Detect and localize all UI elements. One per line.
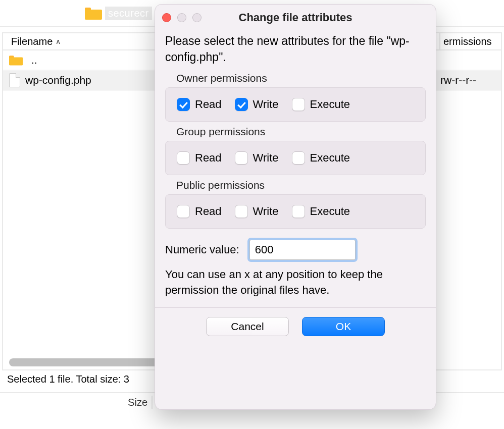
group-read-checkbox[interactable]: Read xyxy=(177,151,222,165)
file-icon xyxy=(9,73,20,87)
column-header-filename-label: Filename xyxy=(11,36,53,47)
dialog-body: Please select the new attributes for the… xyxy=(155,31,436,409)
traffic-lights xyxy=(162,13,201,22)
owner-execute-checkbox[interactable]: Execute xyxy=(292,98,350,111)
checkbox-label: Read xyxy=(195,151,222,165)
close-icon[interactable] xyxy=(162,13,171,22)
public-permissions-box: Read Write Execute xyxy=(165,194,426,229)
public-write-checkbox[interactable]: Write xyxy=(235,205,279,218)
folder-icon xyxy=(9,55,23,66)
checkbox-checked-icon xyxy=(177,98,190,111)
public-execute-checkbox[interactable]: Execute xyxy=(292,205,350,218)
checkbox-unchecked-icon xyxy=(292,98,305,111)
numeric-value-row: Numeric value: xyxy=(165,240,426,260)
column-header-permissions[interactable]: ermissions xyxy=(440,36,501,47)
checkbox-checked-icon xyxy=(235,98,248,111)
numeric-hint: You can use an x at any position to keep… xyxy=(165,267,426,298)
ok-button[interactable]: OK xyxy=(302,317,385,336)
checkbox-label: Read xyxy=(195,98,222,111)
group-write-checkbox[interactable]: Write xyxy=(235,151,279,165)
maximize-icon xyxy=(192,13,201,22)
cancel-button[interactable]: Cancel xyxy=(206,317,289,336)
numeric-value-input[interactable] xyxy=(249,240,356,260)
change-attributes-dialog: Change file attributes Please select the… xyxy=(155,4,436,410)
dialog-button-row: Cancel OK xyxy=(165,308,426,345)
checkbox-label: Write xyxy=(253,98,279,111)
checkbox-label: Execute xyxy=(310,205,350,218)
minimize-icon xyxy=(177,13,186,22)
checkbox-unchecked-icon xyxy=(292,151,305,165)
checkbox-label: Execute xyxy=(310,98,350,111)
queue-col-size[interactable]: Size xyxy=(121,396,153,409)
sort-ascending-icon: ∧ xyxy=(56,37,61,45)
checkbox-unchecked-icon xyxy=(177,151,190,165)
public-permissions-label: Public permissions xyxy=(165,175,426,194)
dialog-titlebar[interactable]: Change file attributes xyxy=(155,5,436,31)
checkbox-label: Write xyxy=(253,151,279,165)
checkbox-unchecked-icon xyxy=(235,205,248,218)
checkbox-label: Write xyxy=(253,205,279,218)
public-read-checkbox[interactable]: Read xyxy=(177,205,222,218)
numeric-value-label: Numeric value: xyxy=(165,243,239,256)
checkbox-label: Read xyxy=(195,205,222,218)
group-permissions-label: Group permissions xyxy=(165,122,426,141)
checkbox-unchecked-icon xyxy=(177,205,190,218)
group-execute-checkbox[interactable]: Execute xyxy=(292,151,350,165)
owner-read-checkbox[interactable]: Read xyxy=(177,98,222,111)
checkbox-label: Execute xyxy=(310,151,350,165)
dialog-instructions: Please select the new attributes for the… xyxy=(165,33,426,65)
owner-permissions-box: Read Write Execute xyxy=(165,87,426,122)
file-permissions: rw-r--r-- xyxy=(440,74,501,86)
group-permissions-box: Read Write Execute xyxy=(165,141,426,175)
owner-permissions-label: Owner permissions xyxy=(165,68,426,87)
checkbox-unchecked-icon xyxy=(292,205,305,218)
folder-icon xyxy=(85,7,102,20)
owner-write-checkbox[interactable]: Write xyxy=(235,98,279,111)
checkbox-unchecked-icon xyxy=(235,151,248,165)
path-folder-name: securecr xyxy=(105,7,152,20)
